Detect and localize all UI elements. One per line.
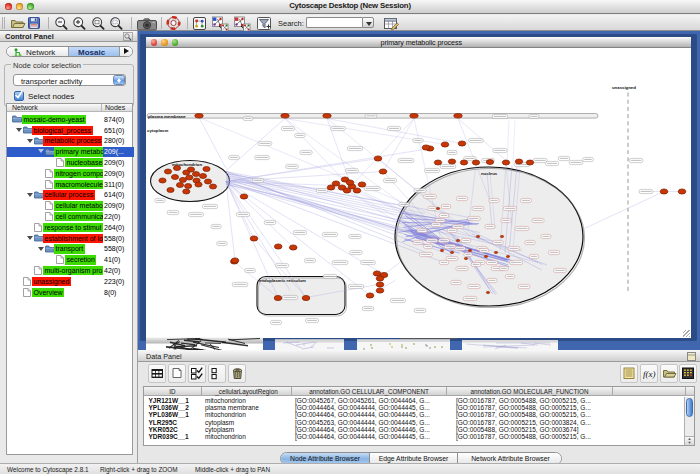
svg-text:f(x): f(x)	[643, 369, 656, 379]
svg-text:plasma membrane: plasma membrane	[148, 113, 186, 118]
svg-text:cytoplasm: cytoplasm	[147, 128, 168, 133]
svg-text:endoplasmic reticulum: endoplasmic reticulum	[259, 278, 306, 283]
svg-text:unassigned: unassigned	[612, 84, 636, 89]
svg-text:nucleus: nucleus	[481, 171, 498, 176]
